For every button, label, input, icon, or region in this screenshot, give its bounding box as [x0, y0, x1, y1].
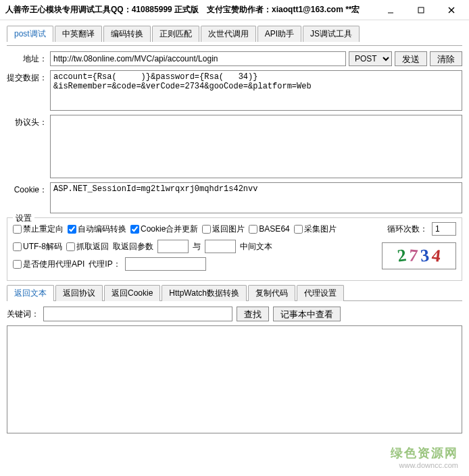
return-param1-input[interactable] — [157, 240, 189, 253]
header-label: 协议头： — [7, 115, 47, 128]
chk-auto-encode[interactable]: 自动编码转换 — [68, 223, 126, 235]
settings-title: 设置 — [13, 213, 34, 224]
tab-encode[interactable]: 编码转换 — [103, 26, 151, 42]
keyword-input[interactable] — [43, 307, 232, 321]
url-label: 地址： — [7, 51, 47, 65]
minimize-button[interactable] — [375, 1, 405, 20]
cookie-label: Cookie： — [7, 182, 47, 196]
submit-label: 提交数据： — [7, 70, 47, 84]
subtab-httpwatch[interactable]: HttpWatch数据转换 — [162, 285, 247, 301]
keyword-label: 关键词： — [7, 309, 39, 320]
subtab-return-header[interactable]: 返回协议 — [55, 285, 103, 301]
proxyip-label: 代理IP： — [89, 259, 120, 270]
chk-return-img[interactable]: 返回图片 — [202, 223, 245, 235]
chk-base64[interactable]: BASE64 — [249, 224, 289, 234]
loopcount-label: 循环次数： — [387, 223, 428, 235]
cookie-textarea[interactable]: ASP.NET_SessionId=mg2tlwrqxrj0mqhdr1s42n… — [50, 182, 462, 213]
settings-group: 设置 禁止重定向 自动编码转换 Cookie合并更新 返回图片 BASE64 采… — [7, 217, 462, 281]
subtab-return-text[interactable]: 返回文本 — [7, 285, 54, 301]
chk-capture-return[interactable]: 抓取返回 — [66, 241, 109, 253]
tab-translate[interactable]: 中英翻译 — [55, 26, 102, 42]
find-button[interactable]: 查找 — [237, 307, 269, 321]
notepad-button[interactable]: 记事本中查看 — [273, 307, 341, 321]
maximize-button[interactable] — [405, 1, 436, 20]
watermark: 绿色资源网 www.downcc.com — [391, 445, 458, 469]
sub-tabs: 返回文本 返回协议 返回Cookie HttpWatch数据转换 复制代码 代理… — [7, 285, 462, 301]
tab-api-helper[interactable]: API助手 — [257, 26, 301, 42]
chk-utf8-decode[interactable]: UTF-8解码 — [13, 241, 62, 253]
svg-rect-1 — [418, 7, 424, 13]
loopcount-input[interactable] — [432, 222, 456, 236]
clear-button[interactable]: 清除 — [430, 51, 462, 66]
chk-collect-img[interactable]: 采集图片 — [294, 223, 337, 235]
chk-no-redirect[interactable]: 禁止重定向 — [13, 223, 64, 235]
chk-use-proxy[interactable]: 是否使用代理API — [13, 259, 84, 270]
close-button[interactable] — [436, 1, 466, 20]
tab-nextgen[interactable]: 次世代调用 — [201, 26, 256, 42]
header-textarea[interactable] — [50, 115, 462, 178]
chk-cookie-merge[interactable]: Cookie合并更新 — [130, 223, 198, 235]
result-textarea[interactable] — [7, 325, 462, 433]
tab-regex[interactable]: 正则匹配 — [152, 26, 199, 42]
middletext-label: 中间文本 — [240, 241, 272, 253]
window-title: 人善帝王心模块专用调试工具QQ：410885999 正式版 支付宝赞助作者：xi… — [5, 4, 360, 16]
and-label: 与 — [193, 241, 201, 253]
subtab-return-cookie[interactable]: 返回Cookie — [104, 285, 160, 301]
subtab-proxy-settings[interactable]: 代理设置 — [297, 285, 344, 301]
proxyip-input[interactable] — [125, 257, 206, 271]
method-select[interactable]: POST — [349, 51, 392, 66]
url-input[interactable] — [50, 51, 346, 66]
captcha-image[interactable]: 2 7 3 4 — [382, 242, 456, 269]
submit-data-textarea[interactable]: account={Rsa( )}&password={Rsa( 34)} &is… — [50, 70, 462, 111]
return-param2-input[interactable] — [205, 240, 236, 253]
subtab-copy-code[interactable]: 复制代码 — [248, 285, 295, 301]
send-button[interactable]: 发送 — [395, 51, 427, 66]
tab-post-debug[interactable]: post调试 — [7, 26, 53, 42]
tab-js-debug[interactable]: JS调试工具 — [303, 26, 360, 42]
getreturn-label: 取返回参数 — [113, 241, 153, 253]
main-tabs: post调试 中英翻译 编码转换 正则匹配 次世代调用 API助手 JS调试工具 — [7, 26, 462, 42]
